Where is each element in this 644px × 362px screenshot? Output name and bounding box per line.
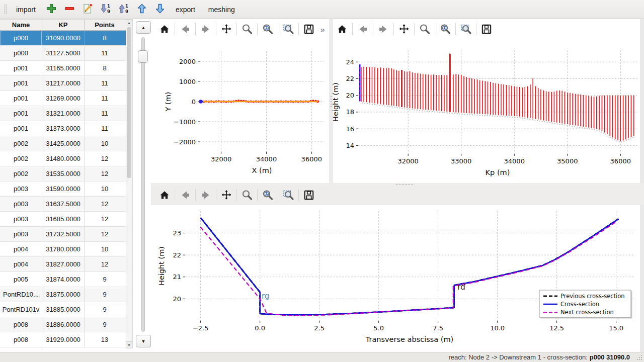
cell-kp[interactable]: 31090.0000: [42, 31, 85, 45]
cell-kp[interactable]: 31217.0000: [42, 76, 85, 90]
save-icon[interactable]: [479, 22, 494, 37]
cell-name[interactable]: p000: [0, 31, 42, 45]
sort-descending-button[interactable]: 19: [98, 2, 113, 17]
table-row[interactable]: p00131269.000011: [0, 91, 126, 106]
cell-points[interactable]: 10: [85, 136, 125, 151]
cell-points[interactable]: 9: [85, 302, 125, 317]
cell-name[interactable]: p001: [0, 91, 42, 106]
cell-name[interactable]: PontRD10...: [0, 287, 42, 302]
save-icon[interactable]: [301, 188, 316, 203]
table-row[interactable]: p00131165.00008: [0, 61, 126, 76]
cell-kp[interactable]: 31929.0000: [42, 332, 85, 347]
cell-name[interactable]: p005: [0, 272, 42, 287]
cell-kp[interactable]: 31590.0000: [42, 182, 85, 196]
table-row[interactable]: p00331685.000012: [0, 212, 126, 227]
cell-name[interactable]: p004: [0, 257, 42, 272]
move-down-button[interactable]: [152, 2, 168, 17]
cell-kp[interactable]: 31637.5000: [42, 197, 85, 211]
toolbar-drag-handle[interactable]: [3, 3, 8, 16]
add-section-button[interactable]: [44, 2, 59, 17]
table-row[interactable]: p00431780.000010: [0, 242, 126, 257]
table-row[interactable]: p00831929.000013: [0, 332, 126, 347]
cell-points[interactable]: 12: [85, 151, 125, 166]
column-header-points[interactable]: Points: [85, 20, 125, 30]
cell-name[interactable]: p003: [0, 182, 42, 196]
cell-kp[interactable]: 31165.0000: [42, 61, 85, 75]
table-row[interactable]: p00331732.500012: [0, 227, 126, 242]
import-button[interactable]: import: [11, 3, 41, 16]
cell-name[interactable]: p002: [0, 136, 42, 151]
table-row[interactable]: p00331637.500012: [0, 197, 126, 212]
resize-grip-icon[interactable]: [636, 354, 642, 360]
move-up-button[interactable]: [134, 2, 149, 17]
table-row[interactable]: PontRD10...31875.00009: [0, 287, 126, 302]
column-header-kp[interactable]: KP: [42, 20, 85, 30]
cell-points[interactable]: 9: [85, 317, 125, 332]
cell-kp[interactable]: 31732.5000: [42, 227, 85, 241]
cell-points[interactable]: 8: [85, 61, 125, 75]
zoom-one-icon[interactable]: 1: [260, 22, 275, 37]
cell-points[interactable]: 11: [85, 121, 125, 136]
cell-points[interactable]: 12: [85, 257, 125, 272]
cell-kp[interactable]: 31269.0000: [42, 91, 85, 106]
zoom-rect-icon[interactable]: [458, 22, 473, 37]
table-row[interactable]: p00231535.000012: [0, 166, 126, 182]
cell-points[interactable]: 9: [85, 287, 125, 302]
cell-kp[interactable]: 31827.0000: [42, 257, 85, 272]
scroll-up-arrow-icon[interactable]: ▲: [126, 19, 132, 26]
cross-section-plot[interactable]: −2.50.02.55.07.510.012.515.020212223rgrd…: [151, 205, 640, 350]
table-row[interactable]: p00131321.000011: [0, 106, 126, 121]
table-row[interactable]: p00331590.000010: [0, 182, 126, 197]
edit-section-button[interactable]: [80, 2, 95, 17]
cell-kp[interactable]: 31127.5000: [42, 46, 85, 60]
cell-name[interactable]: PontRD101v: [0, 302, 42, 317]
cell-kp[interactable]: 31685.0000: [42, 212, 85, 226]
table-row[interactable]: p00531874.00009: [0, 272, 126, 287]
cell-name[interactable]: p001: [0, 76, 42, 90]
remove-section-button[interactable]: [62, 2, 77, 17]
cell-name[interactable]: p002: [0, 151, 42, 166]
toolbar-overflow-chevron[interactable]: »: [320, 25, 325, 34]
home-icon[interactable]: [335, 22, 350, 37]
cell-kp[interactable]: 31373.0000: [42, 121, 85, 136]
back-icon[interactable]: [355, 22, 370, 37]
cell-name[interactable]: p002: [0, 166, 42, 181]
cell-points[interactable]: 12: [85, 166, 125, 181]
table-scrollbar[interactable]: ▲ ▼: [126, 19, 133, 348]
zoom-one-icon[interactable]: 1: [438, 22, 453, 37]
save-icon[interactable]: [301, 22, 316, 37]
table-row[interactable]: PontRD101v31885.00009: [0, 302, 126, 317]
cell-kp[interactable]: 31780.0000: [42, 242, 85, 256]
home-icon[interactable]: [157, 188, 172, 203]
table-row[interactable]: p00031127.500011: [0, 46, 126, 61]
section-slider-track[interactable]: [141, 37, 145, 332]
column-header-name[interactable]: Name: [0, 20, 42, 30]
zoom-icon[interactable]: [239, 188, 255, 203]
zoom-one-icon[interactable]: 1: [260, 188, 275, 203]
cell-kp[interactable]: 31875.0000: [42, 287, 85, 302]
cell-kp[interactable]: 31321.0000: [42, 106, 85, 121]
cell-name[interactable]: p003: [0, 227, 42, 241]
cell-name[interactable]: p000: [0, 46, 42, 60]
zoom-icon[interactable]: [239, 22, 255, 37]
table-row[interactable]: p00431827.000012: [0, 257, 126, 272]
table-row[interactable]: p00031090.00008: [0, 31, 126, 46]
scroll-down-arrow-icon[interactable]: ▼: [126, 341, 132, 348]
cell-name[interactable]: p004: [0, 242, 42, 256]
cell-name[interactable]: p001: [0, 61, 42, 75]
cell-kp[interactable]: 31886.0000: [42, 317, 85, 332]
forward-icon[interactable]: [376, 22, 391, 37]
cell-name[interactable]: p001: [0, 106, 42, 121]
table-row[interactable]: p00131373.000011: [0, 121, 126, 136]
longitudinal-profile-plot[interactable]: 3200033000340003500036000141618202224Kp …: [332, 43, 640, 185]
section-next-button[interactable]: ▼: [136, 335, 151, 347]
section-slider-thumb[interactable]: [138, 50, 148, 63]
back-icon[interactable]: [178, 188, 193, 203]
table-row[interactable]: p00231480.000012: [0, 151, 126, 166]
cell-name[interactable]: p008: [0, 332, 42, 347]
cell-points[interactable]: 12: [85, 212, 125, 226]
cell-kp[interactable]: 31480.0000: [42, 151, 85, 166]
cell-points[interactable]: 11: [85, 91, 125, 106]
zoom-rect-icon[interactable]: [281, 22, 296, 37]
cell-points[interactable]: 9: [85, 272, 125, 287]
